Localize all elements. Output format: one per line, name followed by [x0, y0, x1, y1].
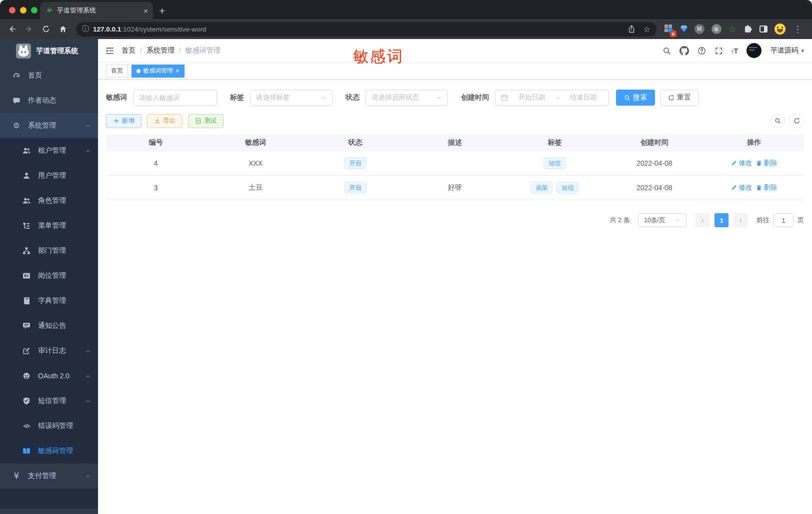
- app-logo[interactable]: 芋道管理系统: [0, 39, 98, 63]
- show-search-button[interactable]: [770, 114, 785, 128]
- date-range-picker[interactable]: 开始日期 - 结束日期: [495, 90, 609, 106]
- sidebar-item-sensitive-word[interactable]: 敏感词管理: [0, 438, 98, 463]
- pencil-icon: [731, 185, 737, 191]
- test-button-label: 测试: [204, 117, 216, 125]
- sidebar-item-pay[interactable]: ¥ 支付管理: [0, 463, 98, 488]
- breadcrumb-system[interactable]: 系统管理: [146, 46, 174, 55]
- extension-star-icon[interactable]: ☆: [728, 25, 736, 34]
- sidebar-item-role[interactable]: 角色管理: [0, 188, 98, 213]
- sidebar-item-label: 审计日志: [38, 346, 78, 355]
- sidebar-item-system[interactable]: ⚙ 系统管理: [0, 113, 98, 138]
- status-select[interactable]: 请选择启用状态: [366, 90, 448, 106]
- home-button[interactable]: [56, 22, 70, 36]
- close-window-button[interactable]: [9, 7, 16, 14]
- new-tab-button[interactable]: +: [159, 6, 165, 16]
- robot-icon: [22, 372, 31, 380]
- edit-label: 修改: [738, 159, 752, 168]
- chevron-down-icon: ▾: [801, 48, 804, 54]
- bookmark-star-icon[interactable]: ☆: [644, 25, 650, 34]
- tab-close-icon[interactable]: ×: [144, 7, 148, 15]
- extensions-puzzle-icon[interactable]: [744, 25, 752, 34]
- site-info-icon[interactable]: ⓘ: [82, 25, 89, 34]
- test-button[interactable]: 测试: [188, 114, 224, 128]
- keyword-input[interactable]: [133, 90, 217, 106]
- sidebar-item-notice[interactable]: 通知公告: [0, 313, 98, 338]
- tag-home[interactable]: 首页: [106, 65, 128, 78]
- back-button[interactable]: [5, 22, 19, 36]
- goto-page-input[interactable]: [774, 213, 794, 227]
- export-button[interactable]: 导出: [147, 114, 182, 128]
- sidebar-item-error-code[interactable]: </> 错误码管理: [0, 413, 98, 438]
- book-icon: [22, 297, 31, 305]
- sidebar-item-label: 用户管理: [38, 171, 91, 180]
- keyword-label: 敏感词: [106, 93, 127, 102]
- chevron-down-icon: [320, 95, 326, 101]
- sidebar-item-tenant[interactable]: 租户管理: [0, 138, 98, 163]
- extension-grid-icon[interactable]: 9: [664, 25, 674, 34]
- extension-gem-icon[interactable]: [680, 26, 688, 33]
- prev-page-button[interactable]: ‹: [696, 213, 710, 227]
- sidebar-item-dept[interactable]: 部门管理: [0, 238, 98, 263]
- sidebar-item-post[interactable]: 岗位管理: [0, 263, 98, 288]
- breadcrumb-home[interactable]: 首页: [122, 46, 136, 55]
- minimize-window-button[interactable]: [20, 7, 26, 14]
- font-size-icon[interactable]: тT: [732, 47, 738, 55]
- sidebar-item-label: 敏感词管理: [38, 446, 91, 455]
- browser-menu-icon[interactable]: ⋮: [792, 24, 805, 35]
- sidebar-item-sms[interactable]: 短信管理: [0, 388, 98, 413]
- edit-button[interactable]: 修改: [731, 159, 752, 168]
- collapse-sidebar-icon[interactable]: [105, 46, 114, 56]
- share-icon[interactable]: [628, 25, 636, 33]
- address-bar[interactable]: ⓘ 127.0.0.1:1024/system/sensitive-word ☆: [76, 22, 656, 37]
- reload-button[interactable]: [39, 22, 53, 36]
- page-size-value: 10条/页: [644, 216, 665, 225]
- page-number-button[interactable]: 1: [714, 213, 728, 227]
- sidebar-item-user[interactable]: 用户管理: [0, 163, 98, 188]
- search-icon[interactable]: [662, 47, 671, 55]
- maximize-window-button[interactable]: [31, 7, 38, 14]
- user-menu[interactable]: 芋道源码▾: [770, 46, 804, 55]
- sidebar-item-home[interactable]: 首页: [0, 63, 98, 88]
- fullscreen-icon[interactable]: [714, 47, 723, 55]
- browser-tab[interactable]: 芋道管理系统 ×: [40, 2, 153, 19]
- next-page-button[interactable]: ›: [734, 213, 748, 227]
- status-filter-label: 状态: [346, 93, 360, 102]
- url-text[interactable]: 127.0.0.1:1024/system/sensitive-word: [93, 26, 624, 33]
- sidebar-item-audit-log[interactable]: 审计日志: [0, 338, 98, 363]
- sidebar-item-menu[interactable]: 菜单管理: [0, 213, 98, 238]
- tag-select[interactable]: 请选择标签: [250, 90, 332, 106]
- extension-command-icon[interactable]: ⌘: [694, 24, 704, 34]
- edit-label: 修改: [738, 183, 752, 192]
- tags-view-bar: 首页 敏感词管理×: [98, 63, 812, 80]
- sidebar-item-author-news[interactable]: 作者动态: [0, 88, 98, 113]
- delete-button[interactable]: 删除: [756, 183, 777, 192]
- total-count: 共 2 条: [610, 216, 630, 225]
- cell-description: 好呀: [405, 176, 504, 200]
- chevron-down-icon: [85, 147, 91, 155]
- side-panel-icon[interactable]: [760, 26, 768, 33]
- refresh-table-button[interactable]: [790, 114, 804, 128]
- users-icon: [22, 197, 31, 205]
- tag-sensitive-word[interactable]: 敏感词管理×: [132, 65, 184, 78]
- add-button[interactable]: 新增: [106, 114, 142, 128]
- breadcrumb-current: 敏感词管理: [186, 46, 220, 55]
- delete-button[interactable]: 删除: [756, 159, 777, 168]
- user-avatar[interactable]: [746, 43, 762, 58]
- forward-button[interactable]: [22, 22, 36, 36]
- extension-record-icon[interactable]: [712, 24, 722, 34]
- window-controls[interactable]: [9, 7, 38, 14]
- refresh-icon: [794, 118, 800, 124]
- sidebar-item-dict[interactable]: 字典管理: [0, 288, 98, 313]
- extension-badge: 9: [670, 31, 676, 37]
- close-icon[interactable]: ×: [176, 67, 180, 75]
- profile-avatar[interactable]: [774, 24, 786, 35]
- sidebar-item-oauth[interactable]: OAuth 2.0: [0, 363, 98, 388]
- reset-button[interactable]: 重置: [660, 90, 699, 106]
- help-icon[interactable]: [698, 47, 706, 55]
- search-button[interactable]: 搜索: [616, 90, 655, 106]
- github-icon[interactable]: [680, 46, 689, 56]
- edit-log-icon: [22, 347, 31, 355]
- page-size-select[interactable]: 10条/页: [638, 213, 686, 227]
- edit-button[interactable]: 修改: [731, 183, 752, 192]
- chevron-down-icon: [436, 95, 442, 101]
